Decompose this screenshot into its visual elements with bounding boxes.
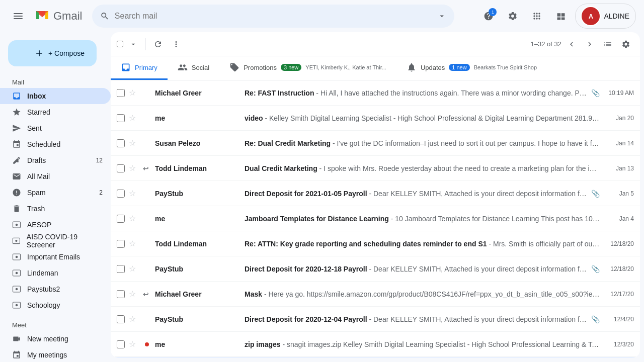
star-icon[interactable]: ☆	[129, 264, 139, 274]
email-row[interactable]: ☆ ↩ me standing desk - https://www.amazo…	[111, 357, 640, 358]
star-icon[interactable]: ☆	[129, 214, 139, 223]
star-icon[interactable]: ☆	[129, 289, 139, 299]
email-row[interactable]: ☆ ↩ Todd Lindeman Re: ATTN: Key grade re…	[111, 231, 640, 256]
sidebar-label-aisd: AISD COVID-19 Screener	[27, 233, 103, 249]
search-bar[interactable]	[92, 5, 454, 28]
tab-updates[interactable]: Updates 1 new Bearkats True Spirit Shop	[396, 56, 547, 80]
email-preview: - Mrs. Smith is officially part of our t…	[489, 240, 600, 248]
star-icon[interactable]: ☆	[129, 138, 139, 148]
tab-primary-label: Primary	[135, 64, 157, 71]
star-icon[interactable]: ☆	[129, 113, 139, 123]
email-preview: - snagit images.zip Kelley Smith Digital…	[282, 340, 600, 348]
sidebar-item-sent[interactable]: Sent	[0, 120, 111, 136]
tab-promotions-label: Promotions	[244, 64, 277, 71]
email-row[interactable]: ☆ ↩ Michael Greer Re: FAST Instruction -…	[111, 80, 640, 106]
star-icon[interactable]: ☆	[129, 339, 139, 349]
email-time: 12/18/20	[604, 265, 634, 273]
email-row[interactable]: ☆ ↩ PayStub Direct Deposit for 2020-12-1…	[111, 256, 640, 282]
select-all-checkbox[interactable]	[117, 41, 123, 47]
email-sender: PayStub	[155, 315, 240, 323]
settings-view-button[interactable]	[618, 36, 634, 52]
sidebar-label-spam: Spam	[27, 189, 46, 197]
email-row[interactable]: ☆ me zip images - snagit images.zip Kell…	[111, 332, 640, 357]
email-row[interactable]: ☆ ↩ Susan Pelezo Re: Dual Credit Marketi…	[111, 131, 640, 156]
sidebar-item-new-meeting[interactable]: New meeting	[0, 331, 111, 347]
email-time: 12/4/20	[604, 316, 634, 323]
email-subject: Re: FAST Instruction	[245, 89, 314, 97]
refresh-button[interactable]	[150, 36, 166, 52]
attachment-icon: 📎	[591, 190, 600, 198]
star-icon[interactable]: ☆	[129, 314, 139, 324]
sidebar-item-starred[interactable]: Starred	[0, 104, 111, 120]
sidebar-item-aesop[interactable]: AESOP	[0, 217, 111, 233]
email-time: 12/18/20	[604, 240, 634, 247]
sidebar-item-spam[interactable]: Spam 2	[0, 185, 111, 201]
email-subject: zip images	[245, 340, 281, 348]
select-dropdown-button[interactable]	[125, 36, 141, 52]
email-row[interactable]: ☆ ↩ Michael Greer Mask - Here ya go. htt…	[111, 282, 640, 307]
sidebar-item-schoology[interactable]: Schoology	[0, 297, 111, 313]
next-page-button[interactable]	[582, 36, 598, 52]
sidebar-item-my-meetings[interactable]: My meetings	[0, 347, 111, 362]
email-checkbox[interactable]	[117, 265, 125, 273]
attachment-icon: 📎	[591, 265, 600, 273]
email-checkbox[interactable]	[117, 240, 125, 248]
star-icon[interactable]: ☆	[129, 189, 139, 198]
star-icon[interactable]: ☆	[129, 163, 139, 173]
tab-social[interactable]: Social	[168, 56, 219, 80]
email-checkbox[interactable]	[117, 89, 125, 97]
view-options-button[interactable]	[600, 36, 616, 52]
tab-social-label: Social	[192, 64, 209, 71]
email-checkbox[interactable]	[117, 215, 125, 223]
email-preview: - Here ya go. https://smile.amazon.com/g…	[264, 290, 600, 298]
sidebar-item-scheduled[interactable]: Scheduled	[0, 136, 111, 152]
sidebar-item-drafts[interactable]: Drafts 12	[0, 152, 111, 168]
email-time: Jan 20	[604, 115, 634, 122]
red-dot-icon	[145, 342, 149, 346]
toolbar: 1–32 of 32	[111, 32, 640, 56]
prev-page-button[interactable]	[564, 36, 580, 52]
email-checkbox[interactable]	[117, 340, 125, 348]
email-sender: me	[155, 340, 240, 348]
email-row[interactable]: ☆ ↩ Todd Lindeman Dual Credit Marketing …	[111, 156, 640, 181]
apps-button[interactable]	[527, 6, 547, 26]
email-subject: Re: ATTN: Key grade reporting and schedu…	[245, 240, 487, 248]
profile-pill[interactable]: A ALDINE	[575, 4, 636, 29]
sidebar-label-scheduled: Scheduled	[27, 140, 60, 148]
email-checkbox[interactable]	[117, 114, 125, 122]
email-row[interactable]: ☆ ↩ me video - Kelley Smith Digital Lear…	[111, 106, 640, 131]
sidebar-item-inbox[interactable]: Inbox	[0, 88, 111, 104]
tab-primary[interactable]: Primary	[111, 56, 168, 80]
email-preview: - 10 Jamboard Templates for Distance Lea…	[391, 215, 600, 223]
compose-button[interactable]: + Compose	[8, 40, 97, 66]
email-checkbox[interactable]	[117, 190, 125, 198]
email-checkbox[interactable]	[117, 315, 125, 323]
email-time: 12/3/20	[604, 341, 634, 348]
email-row[interactable]: ☆ ↩ PayStub Direct Deposit for 2021-01-0…	[111, 181, 640, 206]
sidebar-item-aisd[interactable]: AISD COVID-19 Screener	[0, 233, 111, 249]
email-body: Direct Deposit for 2020-12-18 Payroll - …	[245, 265, 587, 273]
star-icon[interactable]: ☆	[129, 239, 139, 248]
split-button[interactable]	[551, 6, 571, 26]
email-preview: - I've got the DC information–I just nee…	[333, 139, 600, 147]
email-checkbox[interactable]	[117, 139, 125, 147]
sidebar-item-lindeman[interactable]: Lindeman	[0, 265, 111, 281]
sidebar-item-important[interactable]: Important Emails	[0, 249, 111, 265]
sidebar-item-all-mail[interactable]: All Mail	[0, 168, 111, 185]
email-checkbox[interactable]	[117, 290, 125, 298]
tab-promotions[interactable]: Promotions 3 new YETI, Kimberly K., Kati…	[219, 56, 396, 80]
menu-button[interactable]	[8, 6, 28, 26]
more-options-button[interactable]	[168, 36, 184, 52]
email-checkbox[interactable]	[117, 164, 125, 172]
email-row[interactable]: ☆ ↩ me Jamboard Templates for Distance L…	[111, 206, 640, 231]
sidebar-label-important: Important Emails	[27, 253, 80, 261]
email-row[interactable]: ☆ ↩ PayStub Direct Deposit for 2020-12-0…	[111, 307, 640, 332]
search-input[interactable]	[115, 12, 432, 21]
sidebar-item-paystubs2[interactable]: Paystubs2	[0, 281, 111, 297]
settings-button[interactable]	[503, 6, 523, 26]
star-icon[interactable]: ☆	[129, 88, 139, 98]
help-button[interactable]: 1	[478, 6, 499, 26]
email-body: Direct Deposit for 2020-12-04 Payroll - …	[245, 315, 587, 323]
sidebar-item-trash[interactable]: Trash	[0, 201, 111, 217]
nav-mail-label: Mail	[0, 74, 111, 88]
